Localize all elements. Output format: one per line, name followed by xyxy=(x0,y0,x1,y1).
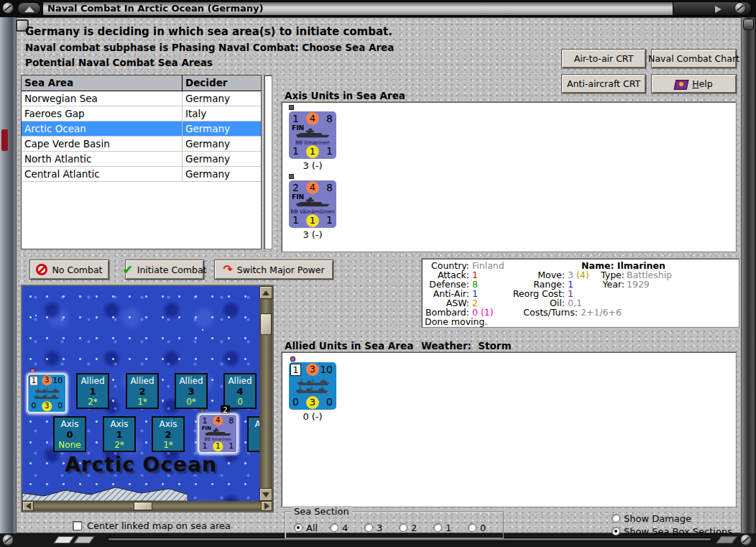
cell-decider[interactable]: Germany xyxy=(183,137,261,151)
frame-knob xyxy=(743,19,754,30)
sea-box-side: Allied xyxy=(176,376,206,386)
axis-unit-counter-vainamoinen[interactable]: 2 4 8 FIN BB Väinämöinen 1 1 1 xyxy=(289,180,336,228)
battleship-silhouette-icon xyxy=(203,428,233,437)
sea-section-groupbox: Sea Section All 4 3 2 1 0 xyxy=(285,511,504,538)
counter-range-circle: 4 xyxy=(213,415,223,426)
cell-sea-area[interactable]: Central Atlantic xyxy=(22,167,183,181)
counter-value: 2 xyxy=(292,183,299,193)
cell-sea-area[interactable]: Arctic Ocean xyxy=(22,121,183,136)
application-window: Naval Combat In Arctic Ocean (Germany) G… xyxy=(0,0,756,547)
window-title: Naval Combat In Arctic Ocean (Germany) xyxy=(42,1,673,16)
cell-decider[interactable]: Germany xyxy=(183,91,261,106)
counter-value: 0 xyxy=(326,397,333,407)
convoy-silhouette-icon xyxy=(32,386,62,400)
sea-box-number: 3 xyxy=(176,386,206,397)
counter-value: 1 xyxy=(29,376,38,385)
scroll-left-button[interactable] xyxy=(22,501,34,511)
weather-status: Weather: Storm xyxy=(421,340,512,351)
scroll-down-button[interactable] xyxy=(259,488,272,501)
counter-value: 1 xyxy=(292,114,299,124)
column-header-decider: Decider xyxy=(183,75,261,91)
table-row[interactable]: Central Atlantic Germany xyxy=(22,167,261,182)
cell-decider[interactable]: Germany xyxy=(183,121,261,136)
sea-box-number: 2 xyxy=(127,386,157,397)
cell-sea-area[interactable]: North Atlantic xyxy=(22,152,183,166)
info-label: Costs/Turns: xyxy=(497,308,578,317)
anti-aircraft-crt-button[interactable]: Anti-aircraft CRT xyxy=(561,74,646,93)
button-label: No Combat xyxy=(52,265,102,275)
frame-slash-decoration xyxy=(716,536,737,543)
air-to-air-crt-button[interactable]: Air-to-air CRT xyxy=(561,49,646,68)
convoy-silhouette-icon xyxy=(293,377,332,395)
counter-value: 1 xyxy=(326,146,333,156)
help-button[interactable]: Help xyxy=(651,74,737,93)
vertical-scroll-thumb[interactable] xyxy=(260,313,272,335)
center-map-checkbox[interactable] xyxy=(73,521,82,530)
allied-unit-counter[interactable]: 1 3 10 0 3 0 xyxy=(289,362,336,410)
cell-sea-area[interactable]: Norwegian Sea xyxy=(22,91,183,106)
axis-unit-counter-ilmarinen[interactable]: 1 4 8 FIN BB Ilmarinen 1 1 1 xyxy=(289,111,336,159)
cell-sea-area[interactable]: Cape Verde Basin xyxy=(22,137,183,151)
map-allied-counter[interactable]: 1 3 10 0 3 0 xyxy=(27,374,67,413)
sea-box-allied-1: Allied 1 2* xyxy=(76,373,109,409)
center-map-checkbox-label[interactable]: Center linked map on sea area xyxy=(87,520,231,531)
allied-panel-title: Allied Units in Sea Area xyxy=(285,340,413,351)
switch-major-power-button[interactable]: ↷ Switch Major Power xyxy=(214,259,333,280)
counter-value: 1 xyxy=(292,146,299,156)
screw-rivet-icon xyxy=(2,534,14,546)
counter-value: 1 xyxy=(292,215,299,225)
table-scrollbar[interactable] xyxy=(264,75,272,249)
counter-move-circle: 1 xyxy=(306,214,319,227)
button-label: Air-to-air CRT xyxy=(574,53,634,64)
subphase-text: Naval combat subphase is Phasing Naval C… xyxy=(25,42,394,53)
column-header-sea-area: Sea Area xyxy=(22,75,183,91)
horizontal-scroll-thumb[interactable] xyxy=(134,502,152,510)
initiate-combat-button[interactable]: ✔ Initiate Combat xyxy=(125,259,204,280)
scroll-up-button[interactable] xyxy=(259,286,272,299)
sea-box-axis-partial: Axis xyxy=(247,416,259,452)
map-vertical-scrollbar[interactable] xyxy=(259,286,272,501)
map-sea-area-title: Arctic Ocean xyxy=(22,453,259,477)
table-row[interactable]: North Atlantic Germany xyxy=(22,152,261,167)
unit-status: 3 (-) xyxy=(289,229,336,240)
window-rollup-button[interactable] xyxy=(17,2,41,15)
sea-box-value: 2* xyxy=(78,397,108,407)
screw-rivet-icon xyxy=(740,534,752,546)
scroll-right-button[interactable] xyxy=(261,501,272,511)
table-caption: Potential Naval Combat Sea Areas xyxy=(25,57,213,68)
decision-headline: Germany is deciding in which sea area(s)… xyxy=(25,25,392,38)
counter-range-circle: 4 xyxy=(306,181,319,194)
map-viewport[interactable]: 1 3 10 0 3 0 xyxy=(22,286,259,501)
sea-box-side: Axis xyxy=(249,419,259,429)
cell-decider[interactable]: Germany xyxy=(183,167,261,181)
table-row[interactable]: Faeroes Gap Italy xyxy=(22,106,261,121)
table-row[interactable]: Norwegian Sea Germany xyxy=(22,91,261,106)
sea-box-value: 0* xyxy=(176,397,206,407)
map-horizontal-scrollbar[interactable] xyxy=(22,501,272,511)
unit-status: 0 (-) xyxy=(289,411,336,422)
sea-box-allied-2: Allied 2 1* xyxy=(126,373,159,409)
counter-value: 1 xyxy=(290,364,301,376)
info-status: Done moving. xyxy=(425,316,487,327)
ice-speckle xyxy=(35,315,37,316)
counter-value: 8 xyxy=(229,417,234,425)
map-axis-counter-ilmarinen[interactable]: 1 4 8 FIN BB Ilmarinen 1 1 1 xyxy=(198,414,238,454)
cell-decider[interactable]: Italy xyxy=(183,106,261,121)
button-label: Switch Major Power xyxy=(237,265,325,275)
counter-move-circle: 1 xyxy=(306,145,319,158)
info-costs: 2+1/6+6 xyxy=(581,308,622,317)
cell-sea-area[interactable]: Faeroes Gap xyxy=(22,106,183,121)
allied-units-panel: 1 3 10 0 3 0 0 (-) xyxy=(281,351,737,507)
counter-value: 1 xyxy=(202,442,207,450)
sea-box-side: Allied xyxy=(78,376,108,386)
button-label: Help xyxy=(692,78,713,89)
counter-value: 10 xyxy=(320,364,333,374)
naval-combat-chart-button[interactable]: Naval Combat Chart xyxy=(651,49,737,68)
table-row[interactable]: Cape Verde Basin Germany xyxy=(22,137,261,152)
cell-decider[interactable]: Germany xyxy=(183,152,261,166)
checkmark-icon: ✔ xyxy=(123,265,133,275)
unit-marker-dot xyxy=(289,105,294,110)
table-row-selected[interactable]: Arctic Ocean Germany xyxy=(22,121,261,137)
no-combat-button[interactable]: No Combat xyxy=(29,259,109,280)
groupbox-label: Sea Section xyxy=(291,506,352,517)
